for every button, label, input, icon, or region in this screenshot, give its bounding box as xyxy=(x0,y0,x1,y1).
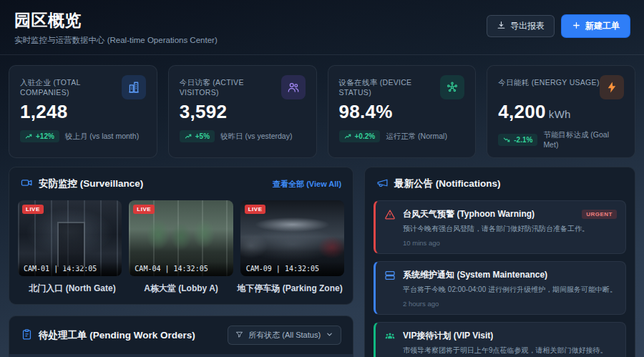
stat-label: 设备在线率 (DEVICE STATUS) xyxy=(339,75,441,97)
live-badge: LIVE xyxy=(22,205,44,214)
notification-vip-visit[interactable]: VIP接待计划 (VIP Visit) 市领导考察团将于明日上午9点莅临参观，请… xyxy=(374,322,626,357)
stat-value: 3,592 xyxy=(180,101,306,123)
notification-time: 2 hours ago xyxy=(403,300,617,308)
stat-label: 今日访客 (ACTIVE VISITORS) xyxy=(180,75,281,97)
view-all-link[interactable]: 查看全部 (View All) xyxy=(273,179,341,190)
plus-icon xyxy=(572,21,581,32)
visitors-icon xyxy=(281,75,306,99)
create-work-order-button[interactable]: 新建工单 xyxy=(562,15,630,37)
col-time: 时间 (TIME) xyxy=(284,354,326,357)
camera-overlay: CAM-01 | 14:32:05 xyxy=(18,262,122,276)
stat-note: 节能目标达成 (Goal Met) xyxy=(543,130,624,149)
col-status: 状态 (STATUS) xyxy=(223,354,284,357)
stats-row: 入驻企业 (TOTAL COMPANIES) 1,248 +12% 较上月 (v… xyxy=(0,55,644,167)
stat-card-energy: 今日能耗 (ENERGY USAGE) 4,200kWh -2.1% 节能目标达… xyxy=(487,65,635,158)
work-orders-title: 待处理工单 (Pending Work Orders) xyxy=(21,328,195,343)
right-column: 最新公告 (Notifications) 台风天气预警 (Typhoon War… xyxy=(364,167,635,357)
download-icon xyxy=(497,21,506,32)
status-filter-dropdown[interactable]: 所有状态 (All Status) xyxy=(228,326,341,345)
camera-feed-north-gate[interactable]: LIVE CAM-01 | 14:32:05 xyxy=(18,200,122,276)
building-icon xyxy=(122,75,146,99)
trend-badge: +12% xyxy=(20,130,59,142)
stat-value: 4,200kWh xyxy=(498,101,624,123)
create-work-order-label: 新建工单 xyxy=(585,20,620,32)
export-report-button[interactable]: 导出报表 xyxy=(487,15,555,37)
work-orders-table: 工单编号 (ID) 类型 (TYPE) 位置 (LOCATION) 状态 (ST… xyxy=(9,354,353,357)
stat-value: 98.4% xyxy=(339,101,465,123)
dashboard-page: 园区概览 实时监控与运营数据中心 (Real-time Operations C… xyxy=(0,0,644,357)
stat-card-companies: 入驻企业 (TOTAL COMPANIES) 1,248 +12% 较上月 (v… xyxy=(9,65,157,158)
notification-desc: 平台将于今晚 02:00-04:00 进行例行升级维护，期间服务可能中断。 xyxy=(403,285,617,295)
camera-feed-parking[interactable]: LIVE CAM-09 | 14:32:05 xyxy=(240,200,344,276)
stat-note: 运行正常 (Normal) xyxy=(386,132,447,142)
notification-list: 台风天气预警 (Typhoon Warning) URGENT 预计今晚有强台风… xyxy=(365,200,635,357)
col-id: 工单编号 (ID) xyxy=(9,354,82,357)
page-header: 园区概览 实时监控与运营数据中心 (Real-time Operations C… xyxy=(0,0,644,55)
notification-title: 系统维护通知 (System Maintenance) xyxy=(403,269,547,281)
camera-feed-lobby-a[interactable]: LIVE CAM-04 | 14:32:05 xyxy=(129,200,233,276)
header-actions: 导出报表 新建工单 xyxy=(487,15,630,37)
table-header-row: 工单编号 (ID) 类型 (TYPE) 位置 (LOCATION) 状态 (ST… xyxy=(9,354,353,357)
device-hub-icon xyxy=(440,75,464,99)
stat-note: 较上月 (vs last month) xyxy=(65,132,139,142)
camera-name: 北门入口 (North Gate) xyxy=(18,283,127,295)
server-icon xyxy=(384,269,396,284)
col-type: 类型 (TYPE) xyxy=(82,354,140,357)
notification-desc: 市领导考察团将于明日上午9点莅临参观，请相关部门做好接待。 xyxy=(403,346,617,356)
left-column: 安防监控 (Surveillance) 查看全部 (View All) LIVE… xyxy=(9,167,353,357)
megaphone-icon xyxy=(376,177,389,191)
stat-label: 今日能耗 (ENERGY USAGE) xyxy=(498,75,599,88)
trend-up-icon xyxy=(25,132,33,140)
live-badge: LIVE xyxy=(133,205,155,214)
trend-up-icon xyxy=(185,132,192,140)
urgent-badge: URGENT xyxy=(582,210,617,219)
page-title: 园区概览 xyxy=(14,9,218,31)
notification-typhoon[interactable]: 台风天气预警 (Typhoon Warning) URGENT 预计今晚有强台风… xyxy=(374,200,626,254)
video-camera-icon xyxy=(21,177,33,191)
trend-badge: +5% xyxy=(180,130,215,142)
camera-name: 地下停车场 (Parking Zone) xyxy=(235,283,344,295)
warning-triangle-icon xyxy=(384,208,396,223)
trend-up-icon xyxy=(344,132,352,140)
notification-time: 10 mins ago xyxy=(403,239,617,247)
notification-title: 台风天气预警 (Typhoon Warning) xyxy=(403,208,535,220)
notification-desc: 预计今晚有强台风登陆，请各部门做好防汛防台准备工作。 xyxy=(403,224,617,234)
camera-overlay: CAM-09 | 14:32:05 xyxy=(240,262,344,276)
trend-badge: +0.2% xyxy=(339,130,381,142)
camera-name: A栋大堂 (Lobby A) xyxy=(127,283,235,295)
filter-icon xyxy=(235,331,243,340)
notifications-panel: 最新公告 (Notifications) 台风天气预警 (Typhoon War… xyxy=(364,167,635,357)
export-report-label: 导出报表 xyxy=(510,20,545,32)
surveillance-title: 安防监控 (Surveillance) xyxy=(21,177,143,191)
stat-card-devices: 设备在线率 (DEVICE STATUS) 98.4% +0.2% 运行正常 (… xyxy=(328,65,477,158)
camera-overlay: CAM-04 | 14:32:05 xyxy=(129,262,233,276)
live-badge: LIVE xyxy=(245,205,266,214)
main-content: 安防监控 (Surveillance) 查看全部 (View All) LIVE… xyxy=(0,167,644,357)
vip-group-icon xyxy=(384,330,396,345)
notifications-title: 最新公告 (Notifications) xyxy=(376,177,501,191)
trend-down-icon xyxy=(503,136,511,144)
trend-badge: -2.1% xyxy=(498,134,537,146)
work-orders-panel: 待处理工单 (Pending Work Orders) 所有状态 (All St… xyxy=(9,316,353,357)
status-filter-label: 所有状态 (All Status) xyxy=(248,330,321,341)
camera-grid: LIVE CAM-01 | 14:32:05 LIVE CAM-04 | 14:… xyxy=(9,200,353,276)
surveillance-panel: 安防监控 (Surveillance) 查看全部 (View All) LIVE… xyxy=(9,167,353,305)
stat-note: 较昨日 (vs yesterday) xyxy=(220,132,292,142)
notification-title: VIP接待计划 (VIP Visit) xyxy=(403,330,493,342)
energy-bolt-icon xyxy=(600,75,624,99)
notification-maintenance[interactable]: 系统维护通知 (System Maintenance) 平台将于今晚 02:00… xyxy=(374,261,626,315)
stat-card-visitors: 今日访客 (ACTIVE VISITORS) 3,592 +5% 较昨日 (vs… xyxy=(168,65,317,158)
camera-captions: 北门入口 (North Gate) A栋大堂 (Lobby A) 地下停车场 (… xyxy=(9,276,353,304)
page-subtitle: 实时监控与运营数据中心 (Real-time Operations Center… xyxy=(14,35,218,46)
header-titles: 园区概览 实时监控与运营数据中心 (Real-time Operations C… xyxy=(14,9,218,46)
clipboard-icon xyxy=(21,328,33,343)
chevron-down-icon xyxy=(326,331,333,340)
col-location: 位置 (LOCATION) xyxy=(140,354,222,357)
stat-label: 入驻企业 (TOTAL COMPANIES) xyxy=(20,75,122,97)
col-action: 操作 (ACTION) xyxy=(326,354,353,357)
stat-value: 1,248 xyxy=(20,101,146,123)
